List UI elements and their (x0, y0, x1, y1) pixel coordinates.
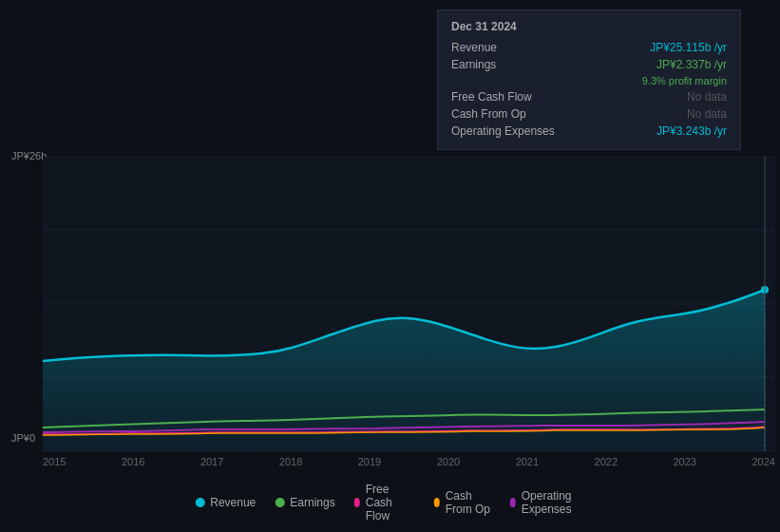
cashop-value: No data (687, 107, 727, 121)
earnings-dot (275, 498, 284, 507)
fcf-label: Free Cash Flow (451, 90, 565, 104)
x-label-2018: 2018 (279, 456, 302, 467)
legend-fcf[interactable]: Free Cash Flow (354, 483, 415, 522)
fcf-value: No data (687, 90, 727, 104)
x-label-2022: 2022 (595, 456, 618, 467)
x-label-2024: 2024 (751, 456, 774, 467)
x-label-2017: 2017 (200, 456, 223, 467)
revenue-value: JP¥25.115b /yr (650, 41, 727, 54)
x-label-2015: 2015 (43, 456, 66, 467)
opex-dot (510, 498, 516, 507)
earnings-legend-label: Earnings (290, 496, 334, 509)
x-label-2023: 2023 (674, 456, 696, 467)
earnings-label: Earnings (451, 58, 565, 71)
fcf-legend-label: Free Cash Flow (366, 483, 415, 522)
revenue-legend-label: Revenue (210, 496, 256, 509)
cashop-legend-label: Cash From Op (446, 489, 491, 516)
y-axis-top-label: JP¥26b (11, 150, 47, 162)
chart-svg (43, 157, 775, 451)
opex-label: Operating Expenses (451, 124, 565, 138)
x-label-2019: 2019 (358, 456, 381, 467)
revenue-label: Revenue (451, 41, 565, 54)
revenue-dot (195, 498, 204, 507)
cashop-label: Cash From Op (451, 107, 565, 121)
x-axis: 2015 2016 2017 2018 2019 2020 2021 2022 … (43, 456, 775, 467)
legend-earnings[interactable]: Earnings (275, 496, 334, 509)
y-axis-bottom-label: JP¥0 (11, 432, 35, 444)
tooltip-row-fcf: Free Cash Flow No data (451, 88, 727, 105)
legend-revenue[interactable]: Revenue (195, 496, 256, 509)
tooltip-row-opex: Operating Expenses JP¥3.243b /yr (451, 123, 727, 140)
x-label-2021: 2021 (516, 456, 539, 467)
tooltip-row-cashop: Cash From Op No data (451, 105, 727, 123)
earnings-value: JP¥2.337b /yr (656, 58, 727, 71)
tooltip-row-margin: 9.3% profit margin (451, 73, 727, 88)
tooltip-row-revenue: Revenue JP¥25.115b /yr (451, 39, 727, 56)
x-label-2016: 2016 (122, 456, 144, 467)
tooltip-row-earnings: Earnings JP¥2.337b /yr (451, 56, 727, 73)
tooltip-box: Dec 31 2024 Revenue JP¥25.115b /yr Earni… (437, 10, 741, 150)
fcf-dot (354, 498, 360, 507)
x-label-2020: 2020 (437, 456, 460, 467)
opex-legend-label: Operating Expenses (522, 489, 585, 516)
margin-value: 9.3% profit margin (642, 75, 727, 86)
tooltip-date: Dec 31 2024 (451, 20, 727, 33)
legend-cashop[interactable]: Cash From Op (434, 489, 491, 516)
chart-container: Dec 31 2024 Revenue JP¥25.115b /yr Earni… (0, 0, 780, 532)
legend-opex[interactable]: Operating Expenses (510, 489, 585, 516)
cashop-dot (434, 498, 440, 507)
chart-area (43, 157, 775, 451)
legend: Revenue Earnings Free Cash Flow Cash Fro… (195, 483, 585, 522)
opex-value: JP¥3.243b /yr (656, 124, 727, 138)
